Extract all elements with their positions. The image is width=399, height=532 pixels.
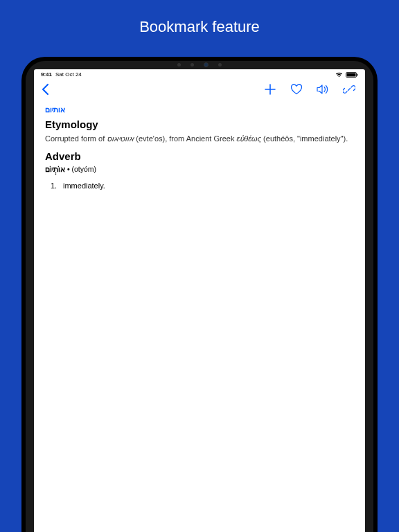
adverb-title: Adverb xyxy=(45,150,354,162)
etym-src1-tr: (evte'os), from Ancient Greek xyxy=(134,134,236,143)
etym-prefix: Corrupted form of xyxy=(45,134,107,143)
etym-src2: εὐθέως xyxy=(236,134,261,143)
add-button[interactable] xyxy=(264,83,276,96)
etym-src2-tr: (euthéōs, "immediately"). xyxy=(261,134,348,143)
status-date: Sat Oct 24 xyxy=(55,71,82,78)
adverb-head: אוֹתְיוֹם • xyxy=(45,165,70,173)
status-time: 9:41 xyxy=(41,71,52,78)
svg-rect-2 xyxy=(357,73,357,76)
promo-title: Bookmark feature xyxy=(0,0,399,36)
speak-button[interactable] xyxy=(317,83,329,96)
status-bar: 9:41 Sat Oct 24 xyxy=(34,69,365,79)
status-right xyxy=(335,72,358,78)
def-text: immediately. xyxy=(63,181,105,190)
svg-rect-1 xyxy=(347,73,356,76)
nav-actions xyxy=(264,83,355,96)
status-left: 9:41 Sat Oct 24 xyxy=(41,71,82,78)
screen: 9:41 Sat Oct 24 xyxy=(34,69,365,532)
nav-bar xyxy=(34,79,365,101)
back-button[interactable] xyxy=(41,83,51,96)
adverb-tr: (otyóm) xyxy=(70,165,97,173)
definition-list: 1.immediately. xyxy=(45,181,354,190)
camera-area xyxy=(177,62,222,67)
wifi-icon xyxy=(335,72,343,78)
tablet-bezel: 9:41 Sat Oct 24 xyxy=(26,61,373,532)
headword: אותיום xyxy=(45,105,354,114)
def-number: 1. xyxy=(51,181,63,190)
etymology-title: Etymology xyxy=(45,118,354,130)
definition-item: 1.immediately. xyxy=(63,181,354,190)
favorite-button[interactable] xyxy=(290,83,303,96)
tablet-frame: 9:41 Sat Oct 24 xyxy=(21,57,378,532)
link-button[interactable] xyxy=(343,83,355,96)
etym-src1: אווטיאוס xyxy=(107,134,134,143)
entry-content: אותיום Etymology Corrupted form of אווטי… xyxy=(34,101,365,194)
adverb-line: אוֹתְיוֹם • (otyóm) xyxy=(45,165,354,173)
etymology-text: Corrupted form of אווטיאוס (evte'os), fr… xyxy=(45,133,354,145)
battery-icon xyxy=(346,72,358,78)
